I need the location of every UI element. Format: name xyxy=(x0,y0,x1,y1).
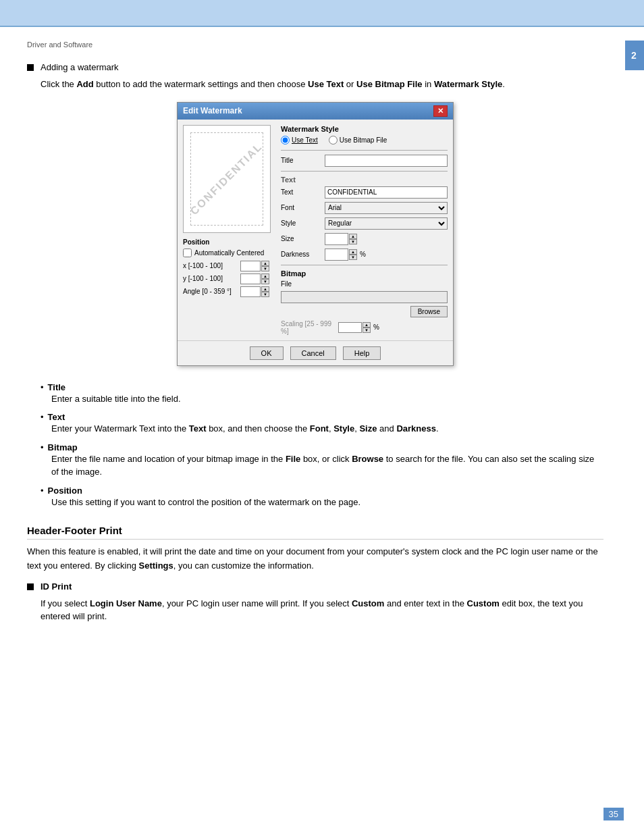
size-spinner[interactable]: 72 ▲ ▼ xyxy=(325,233,357,245)
size-down-arrow[interactable]: ▼ xyxy=(349,239,357,244)
text-form-row: Text xyxy=(281,186,448,199)
x-input[interactable]: 0 xyxy=(240,261,261,271)
darkness-input[interactable]: 20 xyxy=(325,249,348,261)
right-panel: Watermark Style Use Text Use Bitmap File xyxy=(281,125,448,335)
angle-position-row: Angle [0 - 359 °] 45 ▲ ▼ xyxy=(183,286,274,297)
x-position-row: x [-100 - 100] 0 ▲ ▼ xyxy=(183,261,274,271)
size-form-row: Size 72 ▲ ▼ xyxy=(281,233,448,245)
title-field-input[interactable] xyxy=(325,155,448,167)
bitmap-section: Bitmap File Browse Scaling [25 - 999 %] xyxy=(281,269,448,335)
file-label-row: File xyxy=(281,280,448,288)
watermark-style-title: Watermark Style xyxy=(281,125,448,133)
scaling-input[interactable]: 100 xyxy=(338,322,362,333)
bullet-item-position-header: •Position xyxy=(41,486,603,496)
size-up-arrow[interactable]: ▲ xyxy=(349,234,357,239)
y-input[interactable]: 0 xyxy=(240,273,261,284)
angle-up-arrow[interactable]: ▲ xyxy=(261,286,269,292)
use-text-radio-label[interactable]: Use Text xyxy=(281,136,318,145)
scaling-up-arrow[interactable]: ▲ xyxy=(363,322,371,328)
x-up-arrow[interactable]: ▲ xyxy=(261,261,269,266)
darkness-up-arrow[interactable]: ▲ xyxy=(349,249,357,255)
cancel-button[interactable]: Cancel xyxy=(290,346,336,360)
darkness-down-arrow[interactable]: ▼ xyxy=(349,255,357,260)
x-spinner[interactable]: 0 ▲ ▼ xyxy=(240,261,269,271)
auto-center-checkbox[interactable] xyxy=(183,249,192,257)
scaling-spinner[interactable]: 100 ▲ ▼ xyxy=(338,322,371,333)
chapter-tab: 2 xyxy=(625,41,644,70)
bullet-item-bitmap-header: •Bitmap xyxy=(41,442,603,452)
edit-watermark-dialog: Edit Watermark ✕ CONFIDENTIAL Position A xyxy=(177,102,454,366)
dialog-container: Edit Watermark ✕ CONFIDENTIAL Position A xyxy=(27,102,603,366)
bullet-item-position: •Position Use this setting if you want t… xyxy=(41,486,603,509)
x-label: x [-100 - 100] xyxy=(183,262,240,269)
page-number-area: 35 xyxy=(603,808,624,820)
header-footer-title: Header-Footer Print xyxy=(27,525,603,540)
header-footer-section: Header-Footer Print When this feature is… xyxy=(27,525,603,573)
bullet-list: •Title Enter a suitable title into the f… xyxy=(41,382,603,509)
scaling-arrows: ▲ ▼ xyxy=(363,322,371,333)
position-label: Position xyxy=(183,238,274,246)
bullet-item-title-header: •Title xyxy=(41,382,603,392)
bullet-item-title-body: Enter a suitable title into the field. xyxy=(51,392,603,406)
watermark-intro-text: Click the Add button to add the watermar… xyxy=(41,78,603,91)
size-arrows: ▲ ▼ xyxy=(349,234,357,244)
size-input[interactable]: 72 xyxy=(325,233,348,245)
bullet-item-bitmap-body: Enter the file name and location of your… xyxy=(51,452,603,479)
y-up-arrow[interactable]: ▲ xyxy=(261,273,269,279)
text-field-label: Text xyxy=(281,188,325,196)
angle-input[interactable]: 45 xyxy=(240,286,261,297)
watermark-style-section: Watermark Style Use Text Use Bitmap File xyxy=(281,125,448,145)
style-select[interactable]: Regular xyxy=(325,217,448,230)
file-path-input[interactable] xyxy=(281,291,448,303)
darkness-arrows: ▲ ▼ xyxy=(349,249,357,260)
scaling-down-arrow[interactable]: ▼ xyxy=(363,328,371,333)
dialog-footer: OK Cancel Help xyxy=(178,340,453,365)
id-print-section-title: ID Print xyxy=(41,581,72,592)
scaling-label: Scaling [25 - 999 %] xyxy=(281,320,338,335)
watermark-style-radios: Use Text Use Bitmap File xyxy=(281,136,448,145)
bullet-item-bitmap: •Bitmap Enter the file name and location… xyxy=(41,442,603,479)
size-field-label: Size xyxy=(281,235,325,242)
title-form-row: Title xyxy=(281,155,448,167)
dialog-close-button[interactable]: ✕ xyxy=(433,105,448,117)
use-bitmap-radio-label[interactable]: Use Bitmap File xyxy=(329,136,387,145)
ok-button[interactable]: OK xyxy=(250,346,284,360)
browse-button[interactable]: Browse xyxy=(410,306,448,317)
darkness-spinner-group: 20 ▲ ▼ % xyxy=(325,249,366,261)
font-field-label: Font xyxy=(281,204,325,211)
bitmap-section-title: Bitmap xyxy=(281,269,448,278)
angle-arrows: ▲ ▼ xyxy=(261,286,269,297)
font-select[interactable]: Arial xyxy=(325,202,448,214)
auto-center-row: Automatically Centered xyxy=(183,249,274,257)
y-spinner[interactable]: 0 ▲ ▼ xyxy=(240,273,269,284)
id-print-section-header: ID Print xyxy=(27,581,603,592)
file-field-label: File xyxy=(281,280,325,288)
bullet-item-text-body: Enter your Watermark Text into the Text … xyxy=(51,422,603,436)
font-form-row: Font Arial xyxy=(281,202,448,214)
text-section-title: Text xyxy=(281,176,448,184)
use-text-radio[interactable] xyxy=(281,136,290,145)
angle-spinner[interactable]: 45 ▲ ▼ xyxy=(240,286,269,297)
y-down-arrow[interactable]: ▼ xyxy=(261,279,269,284)
bullet-item-title: •Title Enter a suitable title into the f… xyxy=(41,382,603,406)
x-down-arrow[interactable]: ▼ xyxy=(261,266,269,271)
use-text-label: Use Text xyxy=(292,136,318,144)
dialog-title: Edit Watermark xyxy=(183,106,242,115)
scaling-unit: % xyxy=(373,323,379,331)
header-footer-body: When this feature is enabled, it will pr… xyxy=(27,545,603,573)
top-bar xyxy=(0,0,644,27)
bitmap-file-area xyxy=(281,291,448,303)
watermark-section-header: Adding a watermark xyxy=(27,62,603,72)
id-print-body: If you select Login User Name, your PC l… xyxy=(41,597,603,623)
position-section: Position Automatically Centered x [-100 … xyxy=(183,238,274,297)
dialog-body: CONFIDENTIAL Position Automatically Cent… xyxy=(178,120,453,340)
help-button[interactable]: Help xyxy=(343,346,381,360)
page-number: 35 xyxy=(603,808,624,820)
x-arrows: ▲ ▼ xyxy=(261,261,269,271)
angle-down-arrow[interactable]: ▼ xyxy=(261,292,269,297)
darkness-spinner[interactable]: 20 ▲ ▼ xyxy=(325,249,357,261)
use-bitmap-radio[interactable] xyxy=(329,136,338,145)
y-label: y [-100 - 100] xyxy=(183,275,240,282)
text-field-input[interactable] xyxy=(325,186,448,199)
title-field-label: Title xyxy=(281,157,325,164)
